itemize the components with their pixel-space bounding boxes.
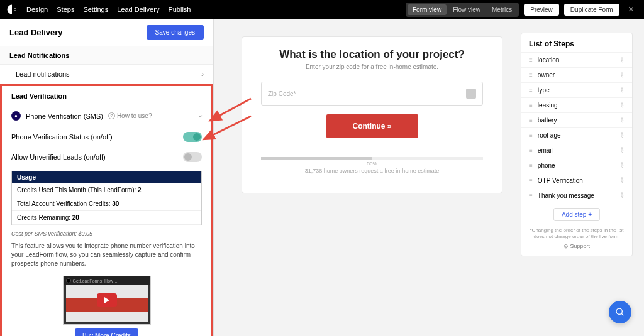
step-label: roof age [538,132,561,139]
svg-point-2 [616,308,622,314]
step-label: battery [538,117,557,124]
drag-handle-icon[interactable]: ≡ [529,132,533,139]
drag-handle-icon[interactable]: ≡ [529,72,533,79]
phone-verification-label: Phone Verification (SMS) [26,112,103,120]
progress-note: 31,738 home owners request a free in-hom… [261,168,483,174]
drag-handle-icon[interactable]: ≡ [529,162,533,169]
tutorial-video[interactable]: GetLeadForms: How… [63,276,151,325]
how-to-use-link[interactable]: ? How to use? [108,112,152,119]
chevron-down-icon: › [196,115,205,117]
step-label: OTP Verification [538,177,583,184]
support-link[interactable]: ⊙ Support [521,243,632,249]
allow-unverified-label: Allow Unverified Leads (on/off) [11,153,106,161]
step-row[interactable]: ≡type✎ [521,82,632,97]
feature-description: This feature allows you to integrate pho… [2,238,211,272]
usage-heading: Usage [12,171,201,183]
section-lead-verification: Lead Verification [2,86,211,105]
question-icon: ? [108,112,115,119]
logo[interactable] [6,4,18,15]
continue-button[interactable]: Continue » [326,114,418,138]
play-icon [97,293,117,307]
step-label: email [538,147,553,154]
drag-handle-icon[interactable]: ≡ [529,147,533,154]
drag-handle-icon[interactable]: ≡ [529,177,533,184]
edit-icon[interactable]: ✎ [617,146,626,156]
drag-handle-icon[interactable]: ≡ [529,192,533,199]
steps-note: *Changing the order of the steps in the … [521,224,632,241]
drag-handle-icon[interactable]: ≡ [529,57,533,63]
step-label: type [538,87,550,94]
step-row[interactable]: ≡roof age✎ [521,127,632,143]
step-label: phone [538,162,555,169]
nav-design[interactable]: Design [26,6,48,13]
drag-handle-icon[interactable]: ≡ [529,102,533,109]
usage-total-row: Total Account Verification Credits: 30 [12,197,201,211]
edit-icon[interactable]: ✎ [617,131,626,141]
edit-icon[interactable]: ✎ [617,100,626,111]
video-bar: GetLeadForms: How… [64,276,150,285]
usage-month-row: Credits Used This Month (This LeadForm):… [12,183,201,197]
verification-status-label: Phone Verification Status (on/off) [11,133,113,141]
step-row[interactable]: ≡leasing✎ [521,97,632,112]
step-row[interactable]: ≡owner✎ [521,67,632,82]
row-lead-notifications[interactable]: Lead notifications › [0,65,213,84]
step-label: owner [538,72,555,79]
panel-title: Lead Delivery [9,28,63,37]
step-row[interactable]: ≡email✎ [521,143,632,158]
progress-wrap: 50% 31,738 home owners request a free in… [261,157,483,174]
nav-lead-delivery[interactable]: Lead Delivery [117,6,159,13]
step-label: Thank you message [538,192,594,199]
step-row[interactable]: ≡Thank you message✎ [521,188,632,203]
edit-icon[interactable]: ✎ [617,191,626,201]
close-icon[interactable]: × [625,4,638,15]
save-changes-button[interactable]: Save changes [147,25,204,40]
progress-percent: 50% [261,161,483,166]
duplicate-button[interactable]: Duplicate Form [564,4,619,16]
tab-form-view[interactable]: Form view [408,4,447,15]
location-icon [466,89,476,99]
zip-input[interactable]: Zip Code* [261,82,483,106]
steps-title: List of Steps [521,40,632,52]
step-row[interactable]: ≡location✎ [521,52,632,67]
nav-steps[interactable]: Steps [57,6,74,13]
edit-icon[interactable]: ✎ [617,55,626,65]
form-title: What is the location of your project? [261,48,483,61]
form-preview: What is the location of your project? En… [242,36,502,193]
view-switch: Form view Flow view Metrics [406,3,519,17]
section-lead-notifications: Lead Notifications [0,46,213,65]
row-verification-status: Phone Verification Status (on/off) [2,127,211,147]
drag-handle-icon[interactable]: ≡ [529,87,533,94]
edit-icon[interactable]: ✎ [617,161,626,171]
help-fab[interactable] [609,301,631,323]
zip-placeholder: Zip Code* [268,90,296,97]
step-row[interactable]: ≡battery✎ [521,112,632,127]
row-phone-verification[interactable]: ● Phone Verification (SMS) ? How to use?… [2,105,211,127]
step-label: leasing [538,102,558,109]
verification-highlight-box: Lead Verification ● Phone Verification (… [0,84,213,336]
progress-bar [261,157,483,160]
edit-icon[interactable]: ✎ [617,85,626,95]
add-step-button[interactable]: Add step + [553,208,600,221]
left-panel: Lead Delivery Save changes Lead Notifica… [0,19,214,336]
buy-credits-button[interactable]: Buy More Credits [75,328,138,336]
step-row[interactable]: ≡phone✎ [521,158,632,173]
chevron-right-icon: › [201,70,204,79]
step-row[interactable]: ≡OTP Verification✎ [521,173,632,188]
edit-icon[interactable]: ✎ [617,176,626,186]
search-icon [615,307,625,317]
cost-note: Cost per SMS verification: $0.05 [2,229,211,238]
top-nav: Design Steps Settings Lead Delivery Publ… [0,0,644,19]
verification-status-toggle[interactable] [183,132,202,142]
tab-metrics[interactable]: Metrics [487,4,517,15]
nav-publish[interactable]: Publish [168,6,191,13]
edit-icon[interactable]: ✎ [617,116,626,126]
allow-unverified-toggle[interactable] [183,152,202,162]
edit-icon[interactable]: ✎ [617,70,626,80]
nav-settings[interactable]: Settings [83,6,108,13]
lead-notifications-label: Lead notifications [9,70,70,78]
tab-flow-view[interactable]: Flow view [448,4,486,15]
usage-box: Usage Credits Used This Month (This Lead… [11,171,202,225]
drag-handle-icon[interactable]: ≡ [529,117,533,124]
row-allow-unverified: Allow Unverified Leads (on/off) [2,147,211,167]
preview-button[interactable]: Preview [524,4,559,16]
